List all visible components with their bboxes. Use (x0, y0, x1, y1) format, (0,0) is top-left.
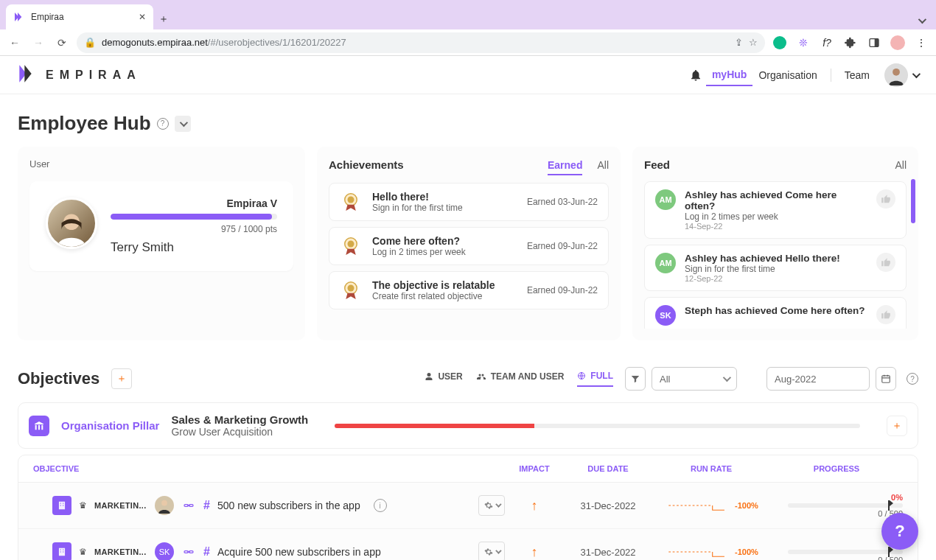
svg-rect-24 (60, 551, 61, 552)
org-icon (52, 542, 71, 560)
pillar-subtitle: Grow User Acquisition (171, 426, 308, 438)
progress-bar (788, 550, 903, 554)
hash-icon: # (203, 545, 210, 559)
user-name: Terry Smith (111, 240, 277, 255)
pillar-label[interactable]: Organisation Pillar (61, 419, 159, 432)
feed-avatar: SK (655, 305, 676, 326)
row-settings-button[interactable] (478, 542, 505, 560)
app-logo[interactable]: EMPIRAA (18, 63, 142, 87)
bookmark-icon[interactable]: ☆ (749, 37, 758, 48)
feed-item[interactable]: SKSteph has achieved Come here often? (644, 297, 907, 329)
feed-avatar: AM (655, 189, 676, 210)
pillar-icon (29, 416, 49, 436)
feed-date: 14-Sep-22 (685, 222, 867, 231)
feed-scrollbar[interactable] (911, 179, 915, 223)
panel-icon[interactable] (865, 34, 883, 52)
objectives-table: OBJECTIVE IMPACT DUE DATE RUN RATE PROGR… (18, 455, 918, 560)
back-button[interactable]: ← (6, 34, 24, 52)
browser-menu-icon[interactable]: ⋮ (912, 34, 930, 52)
achievements-tab-all[interactable]: All (597, 159, 609, 175)
reload-button[interactable]: ⟳ (53, 34, 71, 52)
objective-row[interactable]: ♛MARKETIN...#500 new subscribers in the … (18, 483, 918, 529)
address-bar[interactable]: 🔒 demogonuts.empiraa.net/#/userobjective… (77, 32, 765, 53)
objective-row[interactable]: ♛MARKETIN...SK#Acquire 500 new subscribe… (18, 529, 918, 560)
period-select[interactable]: Aug-2022 (766, 367, 870, 391)
favicon (13, 11, 25, 23)
objectives-header: Objectives ＋ USER TEAM AND USER FULL (18, 367, 918, 391)
extension-icon-3[interactable]: f? (818, 34, 836, 52)
link-icon (181, 498, 196, 513)
extension-icon-2[interactable]: ❊ (794, 34, 812, 52)
nav-myhub[interactable]: myHub (706, 64, 752, 86)
like-button[interactable] (876, 305, 895, 324)
svg-rect-21 (59, 548, 65, 556)
feed-item[interactable]: AMAshley has achieved Hello there!Sign i… (644, 245, 907, 291)
close-tab-icon[interactable]: ✕ (139, 12, 146, 22)
like-button[interactable] (876, 253, 895, 272)
tab-title: Empiraa (31, 12, 64, 22)
pillar-name: Sales & Marketing Growth (171, 413, 308, 426)
achievement-item[interactable]: Hello there!Sign in for the first timeEa… (329, 183, 609, 221)
svg-point-7 (348, 241, 355, 248)
filter-icon-button[interactable] (625, 367, 646, 391)
help-icon[interactable]: ? (157, 118, 169, 130)
calendar-icon-button[interactable] (876, 367, 896, 391)
feed-title: Feed (644, 158, 670, 171)
info-icon[interactable]: i (374, 499, 387, 512)
achievement-item[interactable]: The objective is relatableCreate first r… (329, 271, 609, 309)
row-avatar: SK (155, 542, 174, 560)
feed-date: 12-Sep-22 (685, 274, 867, 283)
nav-organisation[interactable]: Organisation (752, 65, 823, 85)
user-panel-label: User (29, 158, 293, 169)
profile-avatar-browser[interactable] (889, 34, 907, 52)
user-card: Empiraa V 975 / 1000 pts Terry Smith (29, 181, 293, 271)
achievement-item[interactable]: Come here often?Log in 2 times per weekE… (329, 227, 609, 265)
row-settings-button[interactable] (478, 495, 505, 516)
share-icon[interactable]: ⇪ (735, 37, 743, 48)
feed-subtext: Log in 2 times per week (685, 211, 867, 222)
feed-subtext: Sign in for the first time (685, 264, 867, 274)
extensions-menu-icon[interactable] (842, 34, 859, 52)
objectives-table-header: OBJECTIVE IMPACT DUE DATE RUN RATE PROGR… (18, 455, 918, 483)
svg-point-5 (348, 197, 355, 203)
filter-select[interactable]: All (652, 367, 737, 391)
extension-icon-1[interactable] (771, 34, 789, 52)
col-run: RUN RATE (652, 464, 770, 473)
tabs-dropdown-icon[interactable] (912, 12, 930, 29)
user-points: 975 / 1000 pts (111, 224, 277, 234)
achievement-name: Come here often? (372, 235, 517, 247)
impact-icon: ↑ (531, 498, 538, 513)
add-objective-button[interactable]: ＋ (111, 368, 132, 389)
user-menu[interactable] (884, 63, 918, 87)
feed-text: Ashley has achieved Hello there! (685, 253, 867, 264)
view-tab-full[interactable]: FULL (577, 371, 613, 387)
new-tab-button[interactable]: ＋ (153, 9, 174, 29)
feed-tab-all[interactable]: All (895, 159, 907, 174)
view-tab-team[interactable]: TEAM AND USER (476, 371, 565, 387)
view-tab-user[interactable]: USER (425, 371, 462, 387)
feed-item[interactable]: AMAshley has achieved Come here often?Lo… (644, 181, 907, 239)
objectives-help-icon[interactable]: ? (907, 373, 918, 385)
achievements-tab-earned[interactable]: Earned (548, 159, 582, 175)
achievements-title: Achievements (329, 158, 404, 171)
logo-mark-icon (18, 63, 38, 87)
svg-rect-25 (63, 551, 63, 552)
url-host: demogonuts.empiraa.net (102, 37, 208, 48)
nav-team[interactable]: Team (839, 65, 876, 85)
page-title: Employee Hub (18, 112, 151, 135)
help-fab-button[interactable]: ? (881, 513, 918, 550)
page-dropdown[interactable] (175, 116, 191, 132)
page-header: Employee Hub ? (18, 112, 918, 135)
col-objective: OBJECTIVE (33, 464, 505, 473)
notifications-icon[interactable] (685, 65, 706, 85)
like-button[interactable] (876, 189, 895, 209)
pillar-add-button[interactable]: ＋ (887, 416, 907, 436)
svg-rect-11 (882, 376, 890, 382)
achievement-date: Earned 09-Jun-22 (527, 285, 598, 295)
feed-text: Ashley has achieved Come here often? (685, 189, 867, 211)
col-impact: IMPACT (505, 464, 564, 473)
user-panel: User Empiraa V 975 / 1000 pts Terry Smit… (18, 147, 305, 340)
browser-tab[interactable]: Empiraa ✕ (6, 4, 153, 29)
col-due: DUE DATE (564, 464, 652, 473)
org-icon (52, 496, 71, 515)
